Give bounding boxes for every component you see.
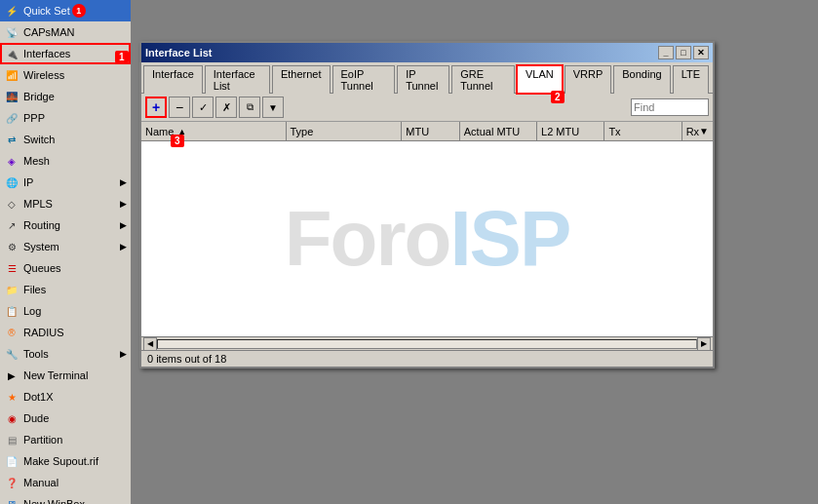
- col-header-mtu[interactable]: MTU: [402, 122, 459, 140]
- sidebar-label-bridge: Bridge: [23, 91, 55, 102]
- mesh-icon: ◈: [4, 153, 19, 169]
- close-button[interactable]: ✕: [693, 46, 709, 59]
- system-icon: ⚙: [4, 239, 19, 254]
- sidebar-item-routing[interactable]: ↗ Routing ▶: [0, 214, 131, 236]
- minimize-button[interactable]: _: [658, 46, 674, 59]
- sidebar-item-partition[interactable]: ▤ Partition: [0, 429, 131, 450]
- sidebar-item-ip[interactable]: 🌐 IP ▶: [0, 172, 131, 193]
- remove-button[interactable]: −: [169, 97, 190, 118]
- window-toolbar: + − ✓ ✗ ⧉ ▼: [141, 94, 713, 122]
- tab-interfacelist[interactable]: Interface List: [205, 65, 270, 94]
- routing-arrow: ▶: [120, 220, 127, 230]
- manual-icon: ❓: [4, 475, 19, 490]
- enable-button[interactable]: ✓: [192, 97, 214, 118]
- sidebar-label-dot1x: Dot1X: [23, 391, 54, 403]
- quickset-icon: ⚡: [4, 3, 19, 19]
- sidebar-item-ppp[interactable]: 🔗 PPP: [0, 107, 131, 129]
- tab-eoiptunnel[interactable]: EoIP Tunnel: [332, 65, 396, 94]
- tab-gretunnel[interactable]: GRE Tunnel: [451, 65, 515, 94]
- makesupout-icon: 📄: [4, 453, 19, 469]
- col-header-name[interactable]: Name ▲: [141, 122, 287, 140]
- sidebar-item-dude[interactable]: ◉ Dude: [0, 407, 131, 429]
- sidebar-item-quickset[interactable]: ⚡ Quick Set 1: [0, 0, 131, 21]
- tab-bonding[interactable]: Bonding: [613, 65, 670, 94]
- ip-arrow: ▶: [120, 177, 127, 187]
- sidebar-label-mesh: Mesh: [23, 155, 50, 167]
- sidebar-item-newterminal[interactable]: ▶ New Terminal: [0, 365, 131, 386]
- ip-icon: 🌐: [4, 174, 19, 190]
- sidebar-item-radius[interactable]: ® RADIUS: [0, 322, 131, 343]
- sidebar-label-newwinbox: New WinBox: [23, 498, 85, 504]
- bridge-icon: 🌉: [4, 89, 19, 104]
- annotation-3: 3: [171, 135, 184, 147]
- sidebar-label-newterminal: New Terminal: [23, 369, 88, 381]
- add-button[interactable]: +: [145, 97, 167, 118]
- watermark: ForoISP: [285, 194, 570, 284]
- files-icon: 📁: [4, 282, 19, 297]
- col-header-actual-mtu[interactable]: Actual MTU: [460, 122, 537, 140]
- scroll-left-button[interactable]: ◀: [143, 337, 157, 351]
- sidebar-item-manual[interactable]: ❓ Manual: [0, 472, 131, 493]
- table-status: 0 items out of 18: [141, 350, 713, 367]
- sidebar-item-capsman[interactable]: 📡 CAPsMAN: [0, 21, 131, 43]
- window-tabs: Interface Interface List Ethernet EoIP T…: [141, 62, 713, 94]
- table-body: ForoISP: [141, 141, 713, 336]
- disable-button[interactable]: ✗: [215, 97, 237, 118]
- filter-button[interactable]: ▼: [262, 97, 284, 118]
- sidebar-label-routing: Routing: [23, 219, 60, 231]
- dot1x-icon: ★: [4, 389, 19, 405]
- sidebar-label-makesupout: Make Supout.rif: [23, 455, 98, 467]
- sidebar-item-bridge[interactable]: 🌉 Bridge: [0, 86, 131, 107]
- sidebar: ⚡ Quick Set 1 📡 CAPsMAN 🔌 Interfaces 📶 W…: [0, 0, 132, 504]
- mpls-icon: ◇: [4, 196, 19, 212]
- maximize-button[interactable]: □: [676, 46, 691, 59]
- tab-ethernet[interactable]: Ethernet: [272, 65, 331, 94]
- dude-icon: ◉: [4, 410, 19, 426]
- newwinbox-icon: 🖥: [4, 496, 19, 504]
- tools-arrow: ▶: [120, 349, 127, 359]
- annotation-2: 2: [551, 91, 565, 103]
- sidebar-item-files[interactable]: 📁 Files: [0, 279, 131, 300]
- sidebar-item-mpls[interactable]: ◇ MPLS ▶: [0, 193, 131, 214]
- sidebar-item-log[interactable]: 📋 Log: [0, 300, 131, 322]
- col-header-type[interactable]: Type: [287, 122, 403, 140]
- tab-lte[interactable]: LTE: [673, 65, 709, 94]
- sidebar-label-mpls: MPLS: [23, 198, 53, 210]
- switch-icon: ⇄: [4, 132, 19, 147]
- mpls-arrow: ▶: [120, 199, 127, 209]
- copy-button[interactable]: ⧉: [239, 97, 260, 118]
- sidebar-item-tools[interactable]: 🔧 Tools ▶: [0, 343, 131, 365]
- system-arrow: ▶: [120, 242, 127, 252]
- sidebar-label-wireless: Wireless: [23, 69, 64, 81]
- col-header-rx[interactable]: Rx ▼: [682, 122, 713, 140]
- sidebar-label-ppp: PPP: [23, 112, 45, 124]
- sidebar-item-makesupout[interactable]: 📄 Make Supout.rif: [0, 450, 131, 472]
- col-header-tx[interactable]: Tx: [604, 122, 682, 140]
- queues-icon: ☰: [4, 260, 19, 276]
- col-header-l2mtu[interactable]: L2 MTU: [537, 122, 604, 140]
- sidebar-item-newwinbox[interactable]: 🖥 New WinBox: [0, 493, 131, 504]
- sidebar-item-switch[interactable]: ⇄ Switch: [0, 129, 131, 150]
- sidebar-item-interfaces[interactable]: 🔌 Interfaces: [0, 43, 131, 64]
- scroll-right-button[interactable]: ▶: [697, 337, 711, 351]
- horizontal-scrollbar[interactable]: ◀ ▶: [141, 336, 713, 350]
- ppp-icon: 🔗: [4, 110, 19, 126]
- tab-iptunnel[interactable]: IP Tunnel: [397, 65, 449, 94]
- routing-icon: ↗: [4, 217, 19, 233]
- sidebar-item-wireless[interactable]: 📶 Wireless: [0, 64, 131, 86]
- interface-list-window: Interface List _ □ ✕ Interface Interface…: [139, 41, 715, 368]
- status-text: 0 items out of 18: [147, 353, 226, 365]
- sidebar-item-mesh[interactable]: ◈ Mesh: [0, 150, 131, 172]
- sidebar-item-system[interactable]: ⚙ System ▶: [0, 236, 131, 257]
- sidebar-item-dot1x[interactable]: ★ Dot1X: [0, 386, 131, 407]
- find-input[interactable]: [631, 98, 709, 116]
- tools-icon: 🔧: [4, 346, 19, 362]
- tab-vlan[interactable]: VLAN: [517, 65, 563, 94]
- badge-quickset: 1: [72, 4, 86, 18]
- tab-vrrp[interactable]: VRRP: [565, 65, 612, 94]
- sidebar-label-partition: Partition: [23, 434, 62, 446]
- scrollbar-track[interactable]: [157, 339, 697, 349]
- log-icon: 📋: [4, 303, 19, 319]
- tab-interface[interactable]: Interface: [143, 65, 203, 94]
- sidebar-item-queues[interactable]: ☰ Queues: [0, 257, 131, 279]
